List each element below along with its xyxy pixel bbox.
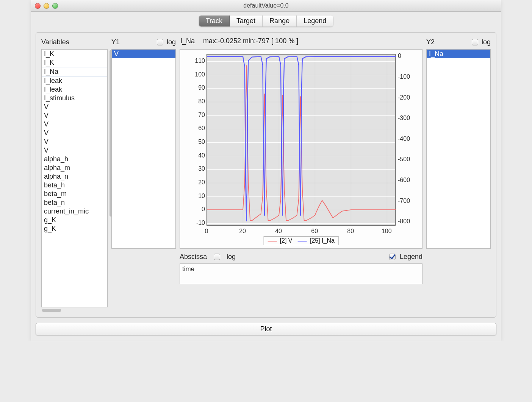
- list-item[interactable]: alpha_m: [42, 164, 107, 172]
- plot-area: [207, 54, 396, 226]
- tab-range[interactable]: Range: [263, 16, 297, 26]
- list-item[interactable]: beta_h: [42, 181, 107, 190]
- list-item[interactable]: alpha_n: [42, 172, 107, 181]
- variables-label: Variables: [41, 38, 69, 46]
- legend-item-2: [25] I_Na: [297, 237, 334, 244]
- list-item[interactable]: I_K: [42, 58, 107, 67]
- y1-tick: -10: [196, 220, 205, 226]
- list-item[interactable]: V: [42, 111, 107, 120]
- content-frame: Variables I_KI_KI_NaI_leakI_leakI_stimul…: [36, 32, 496, 318]
- y1-tick: 20: [198, 179, 205, 186]
- titlebar[interactable]: defaultValue=0.0: [31, 0, 501, 12]
- legend-label-2: [25] I_Na: [310, 237, 335, 244]
- y1-log-label: log: [167, 38, 176, 46]
- tab-target[interactable]: Target: [230, 16, 263, 26]
- abscissa-log-label: log: [227, 253, 236, 261]
- series-[25] I_Na: [207, 56, 396, 221]
- list-item[interactable]: V: [42, 103, 107, 111]
- y2-log-label: log: [482, 38, 491, 46]
- list-item[interactable]: I_Na: [42, 67, 107, 76]
- y1-list[interactable]: V: [111, 49, 176, 249]
- window-controls: [35, 3, 58, 9]
- list-item[interactable]: beta_n: [42, 198, 107, 207]
- list-item[interactable]: V: [42, 146, 107, 155]
- y1-log-checkbox[interactable]: [157, 39, 163, 45]
- list-item[interactable]: alpha_h: [42, 155, 107, 164]
- legend-checkbox[interactable]: [389, 254, 396, 260]
- x-tick: 20: [239, 228, 246, 235]
- plot-button[interactable]: Plot: [36, 323, 496, 335]
- variables-list[interactable]: I_KI_KI_NaI_leakI_leakI_stimulusVVVVVVal…: [41, 49, 108, 307]
- y2-tick: -800: [398, 218, 410, 225]
- list-item[interactable]: I_leak: [42, 85, 107, 94]
- minimize-icon[interactable]: [44, 3, 49, 9]
- x-tick: 40: [275, 228, 282, 235]
- legend-checkbox-label: Legend: [400, 253, 422, 261]
- x-tick: 100: [382, 228, 392, 235]
- legend-label-1: [2] V: [280, 237, 293, 244]
- chart: [2] V [25] I_Na -10010203040506070809010…: [180, 49, 422, 249]
- list-item[interactable]: I_Na: [427, 50, 490, 58]
- x-tick: 80: [347, 228, 354, 235]
- list-item[interactable]: V: [42, 120, 107, 129]
- abscissa-label: Abscissa: [180, 253, 207, 261]
- y1-tick: 40: [198, 152, 205, 159]
- zoom-icon[interactable]: [52, 3, 58, 9]
- y1-tick: 60: [198, 125, 205, 132]
- abscissa-log-checkbox[interactable]: [214, 254, 220, 260]
- list-item[interactable]: current_in_mic: [42, 207, 107, 216]
- variables-hscroll-thumb[interactable]: [42, 309, 61, 312]
- y2-tick: -400: [398, 136, 410, 142]
- tab-legend[interactable]: Legend: [297, 16, 333, 26]
- tab-track[interactable]: Track: [199, 16, 230, 26]
- tab-bar: Track Target Range Legend: [31, 12, 501, 28]
- list-item[interactable]: I_leak: [42, 76, 107, 85]
- window-title: defaultValue=0.0: [243, 2, 288, 9]
- list-item[interactable]: g_K: [42, 216, 107, 224]
- y2-list[interactable]: I_Na: [426, 49, 491, 249]
- y1-tick: 80: [198, 98, 205, 105]
- y1-tick: 0: [202, 206, 205, 213]
- y1-tick: 100: [195, 71, 205, 78]
- y1-tick: 30: [198, 165, 205, 172]
- y1-tick: 110: [195, 58, 205, 64]
- list-item[interactable]: V: [42, 137, 107, 146]
- list-item[interactable]: beta_m: [42, 190, 107, 198]
- close-icon[interactable]: [35, 3, 41, 9]
- segmented-control: Track Target Range Legend: [199, 16, 333, 26]
- y1-tick: 90: [198, 84, 205, 91]
- y2-log-checkbox[interactable]: [472, 39, 478, 45]
- x-tick: 60: [311, 228, 318, 235]
- list-item[interactable]: I_K: [42, 50, 107, 58]
- chart-legend: [2] V [25] I_Na: [263, 236, 339, 245]
- x-tick: 0: [205, 228, 208, 235]
- y2-tick: -300: [398, 115, 410, 122]
- list-item[interactable]: I_stimulus: [42, 94, 107, 103]
- y1-label: Y1: [111, 38, 120, 46]
- abscissa-field[interactable]: time: [180, 263, 422, 284]
- list-item[interactable]: V: [42, 129, 107, 137]
- abscissa-value: time: [182, 265, 194, 273]
- y2-tick: -100: [398, 73, 410, 80]
- legend-swatch-v: [268, 241, 277, 242]
- legend-swatch-ina: [297, 241, 307, 242]
- window: defaultValue=0.0 Track Target Range Lege…: [31, 0, 501, 341]
- chart-header-stats: max:-0.0252 min:-797 [ 100 % ]: [203, 37, 298, 45]
- y2-tick: -600: [398, 177, 410, 184]
- legend-item-1: [2] V: [268, 237, 292, 244]
- list-item[interactable]: V: [112, 50, 175, 58]
- y1-tick: 50: [198, 139, 205, 145]
- y2-tick: -500: [398, 156, 410, 163]
- y2-label: Y2: [426, 38, 435, 46]
- chart-header-variable: I_Na: [180, 37, 195, 45]
- list-item[interactable]: g_K: [42, 224, 107, 233]
- y1-tick: 10: [198, 193, 205, 199]
- y2-tick: 0: [398, 53, 401, 59]
- y1-tick: 70: [198, 112, 205, 118]
- y2-tick: -700: [398, 198, 410, 204]
- y2-tick: -200: [398, 94, 410, 101]
